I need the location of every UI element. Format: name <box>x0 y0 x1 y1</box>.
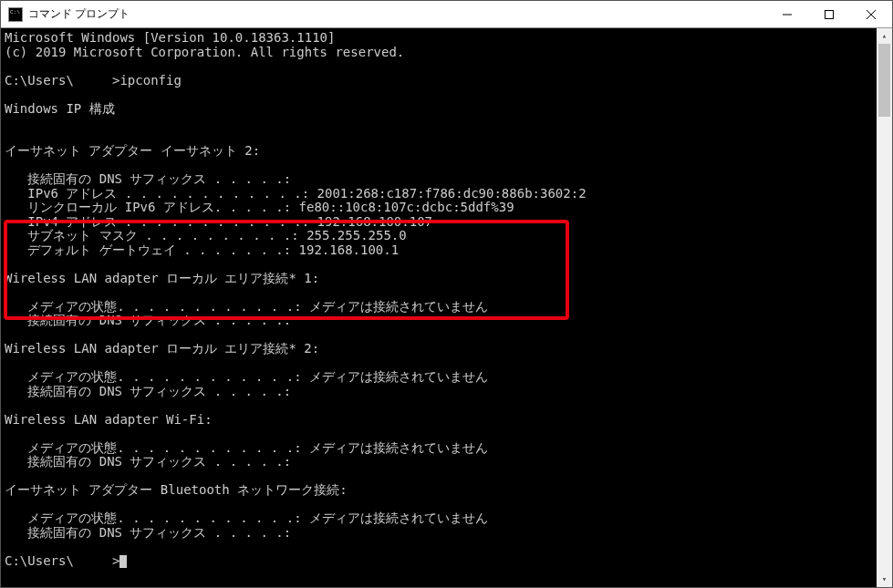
eth-ipv4: IPv4 アドレス . . . . . . . . . . . .: 192.1… <box>5 214 432 229</box>
wlan1-media: メディアの状態. . . . . . . . . . . .: メディアは接続さ… <box>5 299 488 314</box>
copyright-line: (c) 2019 Microsoft Corporation. All righ… <box>5 45 404 59</box>
version-line: Microsoft Windows [Version 10.0.18363.11… <box>5 30 335 45</box>
close-button[interactable] <box>850 1 892 28</box>
terminal-output: Microsoft Windows [Version 10.0.18363.11… <box>1 28 892 568</box>
command-prompt-window: コマンド プロンプト Microsoft Windows [Version 10… <box>0 0 893 588</box>
ethernet-header: イーサネット アダプター イーサネット 2: <box>5 143 260 158</box>
window-title: コマンド プロンプト <box>28 6 766 22</box>
wlan1-header: Wireless LAN adapter ローカル エリア接続* 1: <box>5 271 319 285</box>
app-icon <box>8 7 23 22</box>
wifi-dns: 接続固有の DNS サフィックス . . . . .: <box>5 454 291 469</box>
bt-media: メディアの状態. . . . . . . . . . . .: メディアは接続さ… <box>5 511 488 525</box>
window-controls <box>766 1 892 27</box>
vertical-scrollbar[interactable]: ▴ ▾ <box>877 28 892 587</box>
eth-subnet: サブネット マスク . . . . . . . . . .: 255.255.2… <box>5 228 407 242</box>
bt-dns: 接続固有の DNS サフィックス . . . . .: <box>5 525 291 540</box>
minimize-icon <box>783 10 792 19</box>
scroll-thumb[interactable] <box>878 44 890 117</box>
eth-dns-suffix: 接続固有の DNS サフィックス . . . . .: <box>5 171 291 186</box>
close-icon <box>867 10 876 19</box>
prompt-line-1: C:\Users\xxxxx>ipconfig <box>5 73 182 88</box>
wlan2-media: メディアの状態. . . . . . . . . . . .: メディアは接続さ… <box>5 369 488 384</box>
wifi-header: Wireless LAN adapter Wi-Fi: <box>5 412 213 427</box>
ipconfig-title: Windows IP 構成 <box>5 101 115 116</box>
maximize-button[interactable] <box>808 1 850 28</box>
eth-ipv6: IPv6 アドレス . . . . . . . . . . . .: 2001:… <box>5 186 587 201</box>
eth-linklocal-ipv6: リンクローカル IPv6 アドレス. . . . .: fe80::10c8:1… <box>5 200 514 214</box>
prompt-line-2: C:\Users\xxxxx> <box>5 553 127 568</box>
scroll-down-arrow[interactable]: ▾ <box>877 572 892 587</box>
wlan2-header: Wireless LAN adapter ローカル エリア接続* 2: <box>5 341 319 356</box>
cursor <box>119 555 127 568</box>
wlan2-dns: 接続固有の DNS サフィックス . . . . .: <box>5 384 291 398</box>
titlebar[interactable]: コマンド プロンプト <box>1 1 892 28</box>
scroll-up-arrow[interactable]: ▴ <box>877 28 892 44</box>
wifi-media: メディアの状態. . . . . . . . . . . .: メディアは接続さ… <box>5 440 488 455</box>
bt-header: イーサネット アダプター Bluetooth ネットワーク接続: <box>5 482 348 497</box>
maximize-icon <box>825 10 834 19</box>
wlan1-dns: 接続固有の DNS サフィックス . . . . .: <box>5 313 291 327</box>
minimize-button[interactable] <box>766 1 808 28</box>
eth-gateway: デフォルト ゲートウェイ . . . . . . .: 192.168.100.… <box>5 242 399 257</box>
svg-rect-1 <box>826 11 834 19</box>
terminal-area[interactable]: Microsoft Windows [Version 10.0.18363.11… <box>1 28 892 587</box>
